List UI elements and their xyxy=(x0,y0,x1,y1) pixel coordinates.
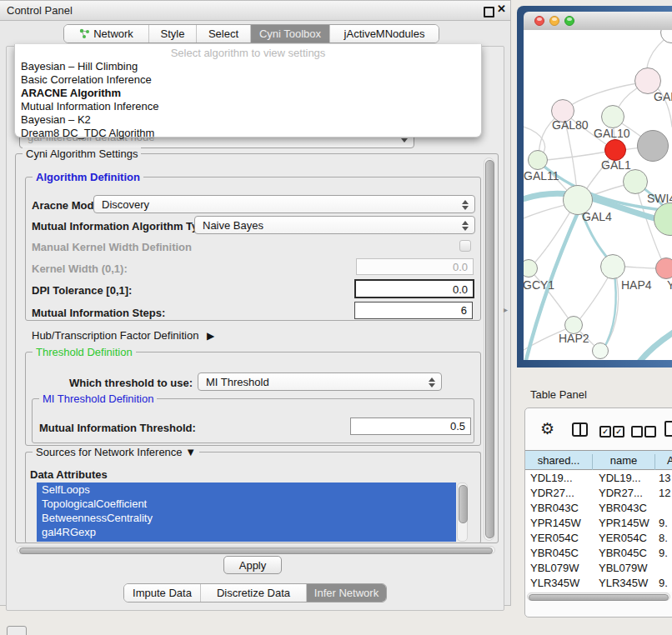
which-threshold-combo[interactable]: MI Threshold xyxy=(198,372,442,391)
attribute-list-item[interactable]: TopologicalCoefficient xyxy=(37,497,456,511)
algorithm-item-selected[interactable]: ARACNE Algorithm xyxy=(18,87,479,100)
close-icon[interactable]: ✕ xyxy=(497,2,506,15)
unchecked-checkbox-icon[interactable] xyxy=(644,426,656,438)
tab-select-label: Select xyxy=(208,28,238,40)
cell-value: 9. xyxy=(659,517,672,529)
attribute-list-item[interactable]: SelfLoops xyxy=(37,482,456,497)
mi-algorithm-type-combo[interactable]: Naive Bayes xyxy=(194,216,475,234)
cell-name: YBR045C xyxy=(599,547,654,559)
network-window-titlebar xyxy=(524,12,672,31)
tab-infer-network[interactable]: Infer Network xyxy=(307,584,386,602)
cyni-algorithm-settings-title: Cyni Algorithm Settings xyxy=(23,148,141,160)
cell-shared: YER054C xyxy=(530,532,590,544)
float-window-icon[interactable] xyxy=(484,7,494,18)
close-traffic-light[interactable] xyxy=(534,16,544,26)
table-header: shared... name A xyxy=(525,450,672,470)
cell-shared: YDR27... xyxy=(530,487,590,499)
column-header-name[interactable]: name xyxy=(593,454,655,470)
cell-value: 13 xyxy=(659,472,672,484)
aracne-mode-combo[interactable]: Discovery xyxy=(93,195,475,213)
minimized-panel-icon[interactable] xyxy=(7,626,27,635)
tab-discretize-data[interactable]: Discretize Data xyxy=(201,584,307,602)
algorithm-item[interactable]: Bayesian – Hill Climbing xyxy=(18,60,479,73)
kernel-width-label: Kernel Width (0,1): xyxy=(32,262,128,275)
checked-checkbox-icon[interactable]: ✓ xyxy=(613,426,624,438)
tab-style-label: Style xyxy=(161,28,185,40)
stepper-icon xyxy=(461,220,469,232)
minimize-traffic-light[interactable] xyxy=(549,16,559,26)
table-row[interactable]: YBL079W YBL079W xyxy=(525,561,672,576)
expander-arrow-icon: ▶ xyxy=(207,330,214,342)
sources-title[interactable]: Sources for Network Inference ▼ xyxy=(33,446,199,458)
cell-value: 9. xyxy=(659,577,672,589)
apply-button[interactable]: Apply xyxy=(223,556,282,574)
table-rows: YDL19... YDL19... 13 YDR27... YDR27... 1… xyxy=(525,471,672,592)
attribute-list-item[interactable]: gal4RGexp xyxy=(37,525,456,542)
cell-value: 12 xyxy=(659,487,672,499)
unchecked-checkbox-icon[interactable] xyxy=(631,426,643,438)
dpi-tolerance-field[interactable]: 0.0 xyxy=(354,279,474,298)
table-row[interactable]: YLR345W YLR345W 9. xyxy=(525,576,672,591)
hub-transcription-expander[interactable]: Hub/Transcription Factor Definition ▶ xyxy=(32,329,214,342)
zoom-traffic-light[interactable] xyxy=(564,16,574,26)
column-header-clipped[interactable]: A xyxy=(655,454,672,470)
table-row[interactable]: YIL052C YIL052C 9. xyxy=(525,591,672,592)
cell-name: YDL19... xyxy=(599,472,654,484)
table-row[interactable]: YBR045C YBR045C 9. xyxy=(525,546,672,561)
tab-impute-data[interactable]: Impute Data xyxy=(124,584,201,602)
table-row[interactable]: YBR043C YBR043C xyxy=(525,501,672,516)
settings-horizontal-scrollbar[interactable] xyxy=(17,546,495,554)
checked-checkbox-icon[interactable]: ✓ xyxy=(599,426,611,438)
mi-steps-field[interactable]: 6 xyxy=(354,302,473,319)
document-icon[interactable] xyxy=(664,421,672,437)
mi-threshold-label: Mutual Information Threshold: xyxy=(39,422,196,434)
network-node[interactable] xyxy=(637,130,669,162)
tab-cyni-toolbox[interactable]: Cyni Toolbox xyxy=(251,25,330,42)
gear-icon[interactable]: ⚙ xyxy=(540,419,554,438)
network-canvas[interactable]: GAL GAL80 GAL10 GAL1 GAL11 SWI4 GAL4 GCY… xyxy=(524,30,672,360)
table-row[interactable]: YDR27... YDR27... 12 xyxy=(525,486,672,501)
tab-network[interactable]: Network xyxy=(64,25,149,42)
tab-select[interactable]: Select xyxy=(197,25,251,42)
network-node[interactable] xyxy=(655,258,672,279)
control-panel-tabbar: Network Style Select Cyni Toolbox jActiv… xyxy=(63,24,439,43)
application-root: Control Panel ✕ Network Style Select xyxy=(0,0,672,635)
stepper-icon xyxy=(461,199,469,211)
attribute-list-scrollbar[interactable] xyxy=(457,482,468,542)
algorithm-item[interactable]: Bayesian – K2 xyxy=(18,113,479,127)
tab-style[interactable]: Style xyxy=(149,25,197,42)
node-label: GAL11 xyxy=(524,169,559,182)
mi-threshold-field[interactable]: 0.5 xyxy=(350,418,471,435)
table-horizontal-scrollbar[interactable] xyxy=(527,592,670,601)
attribute-list-item[interactable]: BetweennessCentrality xyxy=(37,511,456,525)
cyni-bottom-tabbar: Impute Data Discretize Data Infer Networ… xyxy=(123,583,387,602)
table-row[interactable]: YDL19... YDL19... 13 xyxy=(525,471,672,486)
network-node[interactable] xyxy=(623,169,648,194)
network-node[interactable] xyxy=(601,105,624,128)
algorithm-item[interactable]: Mutual Information Inference xyxy=(18,100,479,113)
algorithm-definition-title: Algorithm Definition xyxy=(33,171,143,183)
control-panel-title: Control Panel xyxy=(7,4,73,17)
algorithm-item[interactable]: Dream8 DC_TDC Algorithm xyxy=(18,127,479,140)
cell-name: YDR27... xyxy=(599,487,654,499)
settings-vertical-scrollbar[interactable] xyxy=(484,158,494,541)
data-attributes-label: Data Attributes xyxy=(30,468,108,481)
panel-divider-handle[interactable]: ▸ xyxy=(504,305,508,314)
mi-algorithm-type-value: Naive Bayes xyxy=(203,219,263,232)
cell-value: 9. xyxy=(659,547,672,559)
network-node[interactable] xyxy=(592,342,609,359)
tab-jactivemnodules[interactable]: jActiveMNodules xyxy=(330,25,439,42)
network-node[interactable] xyxy=(600,254,625,279)
table-row[interactable]: YER054C YER054C 8. xyxy=(525,531,672,546)
mi-steps-label: Mutual Information Steps: xyxy=(32,307,165,319)
kernel-width-field[interactable]: 0.0 xyxy=(356,258,474,275)
tab-cyni-toolbox-label: Cyni Toolbox xyxy=(259,28,321,40)
algorithm-item[interactable]: Basic Correlation Inference xyxy=(18,73,479,87)
columns-icon[interactable] xyxy=(572,422,588,437)
mi-algorithm-type-label: Mutual Information Algorithm Type: xyxy=(32,220,214,232)
algorithm-dropdown-overlay: Select algorithm to view settings Bayesi… xyxy=(14,44,482,138)
column-header-shared[interactable]: shared... xyxy=(525,454,593,470)
manual-kernel-width-checkbox[interactable] xyxy=(459,240,471,252)
network-node[interactable] xyxy=(528,150,548,170)
table-row[interactable]: YPR145W YPR145W 9. xyxy=(525,516,672,531)
